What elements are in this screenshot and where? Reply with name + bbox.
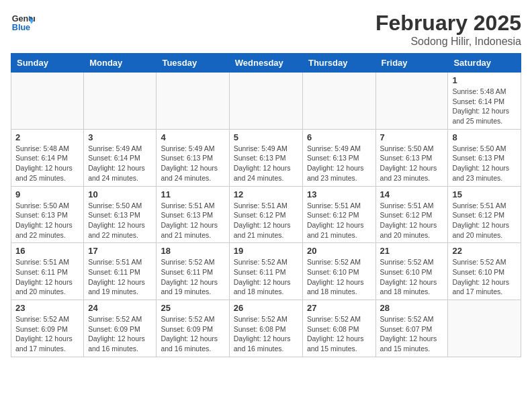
table-row — [375, 73, 448, 130]
day-info: Sunrise: 5:51 AM Sunset: 6:12 PM Dayligh… — [234, 201, 298, 240]
day-info: Sunrise: 5:51 AM Sunset: 6:11 PM Dayligh… — [15, 257, 79, 297]
calendar-week-row: 1Sunrise: 5:48 AM Sunset: 6:14 PM Daylig… — [11, 73, 521, 130]
day-info: Sunrise: 5:51 AM Sunset: 6:12 PM Dayligh… — [380, 201, 444, 240]
day-number: 20 — [307, 246, 371, 256]
header-friday: Friday — [375, 54, 448, 73]
day-number: 28 — [380, 303, 444, 313]
header-monday: Monday — [84, 54, 157, 73]
logo-icon: General Blue — [11, 11, 35, 35]
table-row: 18Sunrise: 5:52 AM Sunset: 6:11 PM Dayli… — [157, 243, 229, 300]
day-info: Sunrise: 5:51 AM Sunset: 6:13 PM Dayligh… — [161, 201, 224, 240]
table-row: 20Sunrise: 5:52 AM Sunset: 6:10 PM Dayli… — [302, 243, 375, 300]
day-number: 19 — [234, 246, 298, 256]
table-row: 28Sunrise: 5:52 AM Sunset: 6:07 PM Dayli… — [375, 300, 448, 357]
calendar: Sunday Monday Tuesday Wednesday Thursday… — [11, 53, 521, 357]
day-info: Sunrise: 5:52 AM Sunset: 6:10 PM Dayligh… — [380, 257, 444, 297]
month-title: February 2025 — [375, 11, 521, 36]
day-info: Sunrise: 5:48 AM Sunset: 6:14 PM Dayligh… — [452, 87, 517, 126]
day-number: 8 — [452, 132, 517, 142]
day-info: Sunrise: 5:51 AM Sunset: 6:12 PM Dayligh… — [452, 201, 517, 240]
table-row: 6Sunrise: 5:49 AM Sunset: 6:13 PM Daylig… — [302, 129, 375, 186]
day-number: 4 — [161, 132, 224, 142]
table-row — [84, 73, 157, 130]
table-row: 3Sunrise: 5:49 AM Sunset: 6:14 PM Daylig… — [84, 129, 157, 186]
table-row: 27Sunrise: 5:52 AM Sunset: 6:08 PM Dayli… — [302, 300, 375, 357]
day-number: 25 — [161, 303, 224, 313]
table-row: 21Sunrise: 5:52 AM Sunset: 6:10 PM Dayli… — [375, 243, 448, 300]
header-saturday: Saturday — [448, 54, 521, 73]
day-info: Sunrise: 5:52 AM Sunset: 6:09 PM Dayligh… — [88, 314, 152, 354]
day-number: 3 — [88, 132, 152, 142]
header-thursday: Thursday — [302, 54, 375, 73]
table-row: 14Sunrise: 5:51 AM Sunset: 6:12 PM Dayli… — [375, 186, 448, 243]
header: General Blue February 2025 Sodong Hilir,… — [11, 11, 521, 48]
table-row: 16Sunrise: 5:51 AM Sunset: 6:11 PM Dayli… — [11, 243, 84, 300]
day-info: Sunrise: 5:48 AM Sunset: 6:14 PM Dayligh… — [15, 144, 79, 183]
day-number: 16 — [15, 246, 79, 256]
day-info: Sunrise: 5:50 AM Sunset: 6:13 PM Dayligh… — [15, 201, 79, 240]
day-number: 10 — [88, 189, 152, 199]
table-row: 8Sunrise: 5:50 AM Sunset: 6:13 PM Daylig… — [448, 129, 521, 186]
day-number: 24 — [88, 303, 152, 313]
table-row: 15Sunrise: 5:51 AM Sunset: 6:12 PM Dayli… — [448, 186, 521, 243]
day-info: Sunrise: 5:52 AM Sunset: 6:08 PM Dayligh… — [307, 314, 371, 354]
day-info: Sunrise: 5:52 AM Sunset: 6:10 PM Dayligh… — [452, 257, 517, 297]
table-row: 19Sunrise: 5:52 AM Sunset: 6:11 PM Dayli… — [229, 243, 302, 300]
table-row: 13Sunrise: 5:51 AM Sunset: 6:12 PM Dayli… — [302, 186, 375, 243]
calendar-week-row: 16Sunrise: 5:51 AM Sunset: 6:11 PM Dayli… — [11, 243, 521, 300]
day-number: 9 — [15, 189, 79, 199]
table-row: 26Sunrise: 5:52 AM Sunset: 6:08 PM Dayli… — [229, 300, 302, 357]
day-info: Sunrise: 5:52 AM Sunset: 6:07 PM Dayligh… — [380, 314, 444, 354]
table-row: 23Sunrise: 5:52 AM Sunset: 6:09 PM Dayli… — [11, 300, 84, 357]
day-info: Sunrise: 5:52 AM Sunset: 6:08 PM Dayligh… — [234, 314, 298, 354]
day-info: Sunrise: 5:51 AM Sunset: 6:12 PM Dayligh… — [307, 201, 371, 240]
day-info: Sunrise: 5:50 AM Sunset: 6:13 PM Dayligh… — [88, 201, 152, 240]
weekday-header-row: Sunday Monday Tuesday Wednesday Thursday… — [11, 54, 521, 73]
day-info: Sunrise: 5:51 AM Sunset: 6:11 PM Dayligh… — [88, 257, 152, 297]
calendar-week-row: 2Sunrise: 5:48 AM Sunset: 6:14 PM Daylig… — [11, 129, 521, 186]
table-row — [11, 73, 84, 130]
day-number: 14 — [380, 189, 444, 199]
day-info: Sunrise: 5:49 AM Sunset: 6:13 PM Dayligh… — [161, 144, 224, 183]
table-row: 17Sunrise: 5:51 AM Sunset: 6:11 PM Dayli… — [84, 243, 157, 300]
day-number: 18 — [161, 246, 224, 256]
table-row: 7Sunrise: 5:50 AM Sunset: 6:13 PM Daylig… — [375, 129, 448, 186]
day-info: Sunrise: 5:52 AM Sunset: 6:09 PM Dayligh… — [15, 314, 79, 354]
table-row: 4Sunrise: 5:49 AM Sunset: 6:13 PM Daylig… — [157, 129, 229, 186]
table-row: 1Sunrise: 5:48 AM Sunset: 6:14 PM Daylig… — [448, 73, 521, 130]
day-info: Sunrise: 5:50 AM Sunset: 6:13 PM Dayligh… — [452, 144, 517, 183]
day-info: Sunrise: 5:49 AM Sunset: 6:13 PM Dayligh… — [234, 144, 298, 183]
table-row: 5Sunrise: 5:49 AM Sunset: 6:13 PM Daylig… — [229, 129, 302, 186]
table-row: 11Sunrise: 5:51 AM Sunset: 6:13 PM Dayli… — [157, 186, 229, 243]
table-row — [448, 300, 521, 357]
table-row — [229, 73, 302, 130]
header-tuesday: Tuesday — [157, 54, 229, 73]
svg-text:Blue: Blue — [12, 23, 30, 32]
day-number: 22 — [452, 246, 517, 256]
table-row: 24Sunrise: 5:52 AM Sunset: 6:09 PM Dayli… — [84, 300, 157, 357]
header-sunday: Sunday — [11, 54, 84, 73]
table-row: 22Sunrise: 5:52 AM Sunset: 6:10 PM Dayli… — [448, 243, 521, 300]
day-info: Sunrise: 5:49 AM Sunset: 6:14 PM Dayligh… — [88, 144, 152, 183]
day-number: 15 — [452, 189, 517, 199]
day-info: Sunrise: 5:50 AM Sunset: 6:13 PM Dayligh… — [380, 144, 444, 183]
day-number: 23 — [15, 303, 79, 313]
day-number: 27 — [307, 303, 371, 313]
day-number: 26 — [234, 303, 298, 313]
location-title: Sodong Hilir, Indonesia — [375, 36, 521, 48]
table-row — [302, 73, 375, 130]
title-section: February 2025 Sodong Hilir, Indonesia — [375, 11, 521, 48]
day-number: 12 — [234, 189, 298, 199]
header-wednesday: Wednesday — [229, 54, 302, 73]
table-row: 12Sunrise: 5:51 AM Sunset: 6:12 PM Dayli… — [229, 186, 302, 243]
day-number: 5 — [234, 132, 298, 142]
day-number: 1 — [452, 75, 517, 85]
day-info: Sunrise: 5:52 AM Sunset: 6:11 PM Dayligh… — [161, 257, 224, 297]
day-info: Sunrise: 5:52 AM Sunset: 6:11 PM Dayligh… — [234, 257, 298, 297]
day-number: 13 — [307, 189, 371, 199]
calendar-week-row: 9Sunrise: 5:50 AM Sunset: 6:13 PM Daylig… — [11, 186, 521, 243]
table-row — [157, 73, 229, 130]
logo: General Blue — [11, 11, 35, 35]
day-info: Sunrise: 5:52 AM Sunset: 6:10 PM Dayligh… — [307, 257, 371, 297]
day-number: 6 — [307, 132, 371, 142]
